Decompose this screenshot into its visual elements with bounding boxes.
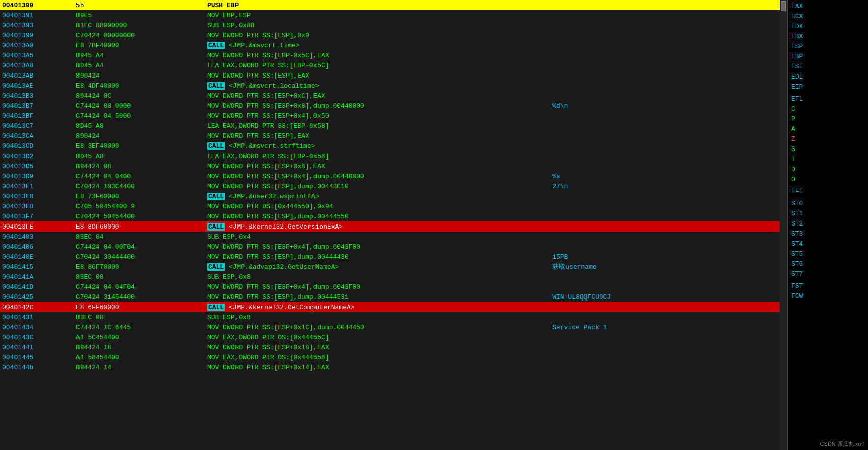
instruction-cell: SUB ESP,0x88 bbox=[205, 20, 550, 30]
comment-cell bbox=[550, 10, 780, 20]
table-row[interactable]: 004013E1C70424 103C4400MOV DWORD PTR SS:… bbox=[0, 181, 780, 191]
address-cell: 004013BF bbox=[0, 111, 74, 121]
comment-cell bbox=[550, 40, 780, 50]
bytes-cell: 83EC 08 bbox=[74, 312, 205, 322]
table-row[interactable]: 004013EDC705 50454400 9MOV DWORD PTR DS:… bbox=[0, 201, 780, 211]
instruction-cell: CALL <JMP.&user32.wsprintfA> bbox=[205, 191, 550, 201]
comment-cell: Service Pack 1 bbox=[550, 322, 780, 332]
table-row[interactable]: 0040143CA1 5C454400MOV EAX,DWORD PTR DS:… bbox=[0, 332, 780, 342]
table-row[interactable]: 004013F7C70424 50454400MOV DWORD PTR SS:… bbox=[0, 211, 780, 221]
instruction-cell: CALL <JMP.&advapi32.GetUserNameA> bbox=[205, 262, 550, 272]
address-cell: 00401415 bbox=[0, 262, 74, 272]
comment-cell: 15PB bbox=[550, 252, 780, 262]
instruction-cell: MOV DWORD PTR SS:[ESP],dump.00444531 bbox=[205, 292, 550, 302]
bytes-cell: C74424 04 00F04 bbox=[74, 242, 205, 252]
table-row[interactable]: 00401415E8 86F70000CALL <JMP.&advapi32.G… bbox=[0, 262, 780, 272]
table-row[interactable]: 00401425C70424 31454400MOV DWORD PTR SS:… bbox=[0, 292, 780, 302]
address-cell: 004013FE bbox=[0, 221, 74, 232]
reg-st1: ST1 bbox=[788, 208, 868, 218]
instruction-cell: MOV DWORD PTR SS:[ESP+0x18],EAX bbox=[205, 342, 550, 352]
reg-st5: ST5 bbox=[788, 249, 868, 259]
table-row[interactable]: 00401406C74424 04 00F04MOV DWORD PTR SS:… bbox=[0, 242, 780, 252]
bytes-cell: 894424 18 bbox=[74, 342, 205, 352]
table-row[interactable]: 004013D28D45 A8LEA EAX,DWORD PTR SS:[EBP… bbox=[0, 151, 780, 161]
table-row[interactable]: 0040144b894424 14MOV DWORD PTR SS:[ESP+0… bbox=[0, 362, 780, 372]
table-row[interactable]: 004013A0E8 7BF40000CALL <JMP.&msvcrt.tim… bbox=[0, 40, 780, 50]
scroll-thumb[interactable] bbox=[781, 1, 786, 11]
table-row[interactable]: 0040140EC70424 30444400MOV DWORD PTR SS:… bbox=[0, 252, 780, 262]
table-row[interactable]: 004013D5894424 08MOV DWORD PTR SS:[ESP+0… bbox=[0, 161, 780, 171]
scrollbar[interactable] bbox=[780, 0, 787, 450]
bytes-cell: 55 bbox=[74, 0, 205, 10]
table-row[interactable]: 004013AB890424MOV DWORD PTR SS:[ESP],EAX bbox=[0, 70, 780, 81]
address-cell: 004013E8 bbox=[0, 191, 74, 201]
bytes-cell: C70424 103C4400 bbox=[74, 181, 205, 191]
table-row[interactable]: 00401399C70424 00000000MOV DWORD PTR SS:… bbox=[0, 30, 780, 40]
instruction-cell: MOV DWORD PTR SS:[ESP+0x4],dump.0043F00 bbox=[205, 282, 550, 292]
table-row[interactable]: 004013BFC74424 04 5000MOV DWORD PTR SS:[… bbox=[0, 111, 780, 121]
instruction-cell: MOV DWORD PTR SS:[EBP-0x5C],EAX bbox=[205, 50, 550, 60]
table-row[interactable]: 0040139055PUSH EBP bbox=[0, 0, 780, 10]
address-cell: 00401393 bbox=[0, 20, 74, 30]
table-row[interactable]: 004013A58945 A4MOV DWORD PTR SS:[EBP-0x5… bbox=[0, 50, 780, 60]
table-row[interactable]: 004013AEE8 4DF40000CALL <JMP.&msvcrt.loc… bbox=[0, 81, 780, 91]
bytes-cell: 8945 A4 bbox=[74, 50, 205, 60]
table-row[interactable]: 00401445A1 58454400MOV EAX,DWORD PTR DS:… bbox=[0, 352, 780, 362]
address-cell: 004013D5 bbox=[0, 161, 74, 171]
table-row[interactable]: 00401441894424 18MOV DWORD PTR SS:[ESP+0… bbox=[0, 342, 780, 352]
bytes-cell: E8 86F70000 bbox=[74, 262, 205, 272]
bytes-cell: 890424 bbox=[74, 131, 205, 141]
address-cell: 00401425 bbox=[0, 292, 74, 302]
call-keyword: CALL bbox=[207, 82, 225, 90]
disassembly-panel: 0040139055PUSH EBP0040139189E5MOV EBP,ES… bbox=[0, 0, 787, 450]
bytes-cell: A1 5C454400 bbox=[74, 332, 205, 342]
table-row[interactable]: 004013D9C74424 04 0400MOV DWORD PTR SS:[… bbox=[0, 171, 780, 181]
table-row[interactable]: 004013CDE8 3EF40000CALL <JMP.&msvcrt.str… bbox=[0, 141, 780, 151]
table-row[interactable]: 00401434C74424 1C 6445MOV DWORD PTR SS:[… bbox=[0, 322, 780, 332]
instruction-cell: CALL <JMP.&kernel32.GetComputerNameA> bbox=[205, 302, 550, 312]
table-row[interactable]: 004013B7C74424 08 0000MOV DWORD PTR SS:[… bbox=[0, 101, 780, 111]
reg-a: A bbox=[788, 124, 868, 134]
bytes-cell: 894424 08 bbox=[74, 161, 205, 171]
table-row[interactable]: 004013B3894424 0CMOV DWORD PTR SS:[ESP+0… bbox=[0, 91, 780, 101]
bytes-cell: C705 50454400 9 bbox=[74, 201, 205, 211]
comment-cell: WIN-UL8QQFCU9CJ bbox=[550, 292, 780, 302]
bytes-cell: C74424 04 5000 bbox=[74, 111, 205, 121]
reg-eax: EAX bbox=[788, 1, 868, 11]
bytes-cell: C70424 30444400 bbox=[74, 252, 205, 262]
comment-cell bbox=[550, 242, 780, 252]
comment-cell bbox=[550, 121, 780, 131]
bytes-cell: C70424 00000000 bbox=[74, 30, 205, 40]
address-cell: 0040142C bbox=[0, 302, 74, 312]
table-row[interactable]: 004013CA890424MOV DWORD PTR SS:[ESP],EAX bbox=[0, 131, 780, 141]
table-row[interactable]: 004013A88D45 A4LEA EAX,DWORD PTR SS:[EBP… bbox=[0, 60, 780, 70]
table-row[interactable]: 0040143183EC 08SUB ESP,0x8 bbox=[0, 312, 780, 322]
call-keyword: CALL bbox=[207, 223, 225, 231]
table-row[interactable]: 0040139381EC 88000000SUB ESP,0x88 bbox=[0, 20, 780, 30]
bytes-cell: E8 3EF40000 bbox=[74, 141, 205, 151]
address-cell: 004013AB bbox=[0, 70, 74, 81]
address-cell: 0040143C bbox=[0, 332, 74, 342]
table-row[interactable]: 0040141A83EC 08SUB ESP,0x8 bbox=[0, 272, 780, 282]
reg-eip: EIP bbox=[788, 82, 868, 92]
watermark: CSDN 西瓜丸.xml bbox=[820, 440, 864, 448]
table-row[interactable]: 004013FEE8 8DF60000CALL <JMP.&kernel32.G… bbox=[0, 221, 780, 232]
table-row[interactable]: 0040142CE8 6FF60000CALL <JMP.&kernel32.G… bbox=[0, 302, 780, 312]
bytes-cell: C74424 08 0000 bbox=[74, 101, 205, 111]
reg-st7: ST7 bbox=[788, 269, 868, 279]
instruction-cell: MOV DWORD PTR SS:[ESP],dump.00443C10 bbox=[205, 181, 550, 191]
comment-cell bbox=[550, 211, 780, 221]
table-row[interactable]: 004013C78D45 A8LEA EAX,DWORD PTR SS:[EBP… bbox=[0, 121, 780, 131]
bytes-cell: 83EC 08 bbox=[74, 272, 205, 282]
reg-s: S bbox=[788, 144, 868, 154]
table-row[interactable]: 0040140383EC 04SUB ESP,0x4 bbox=[0, 232, 780, 242]
comment-cell: 27\n bbox=[550, 181, 780, 191]
table-row[interactable]: 004013E8E8 73F60000CALL <JMP.&user32.wsp… bbox=[0, 191, 780, 201]
address-cell: 00401399 bbox=[0, 30, 74, 40]
instruction-cell: MOV DWORD PTR SS:[ESP+0x4],0x50 bbox=[205, 111, 550, 121]
address-cell: 004013E1 bbox=[0, 181, 74, 191]
table-row[interactable]: 0040139189E5MOV EBP,ESP bbox=[0, 10, 780, 20]
address-cell: 00401406 bbox=[0, 242, 74, 252]
table-row[interactable]: 0040141DC74424 04 04F04MOV DWORD PTR SS:… bbox=[0, 282, 780, 292]
comment-cell: %d\n bbox=[550, 101, 780, 111]
